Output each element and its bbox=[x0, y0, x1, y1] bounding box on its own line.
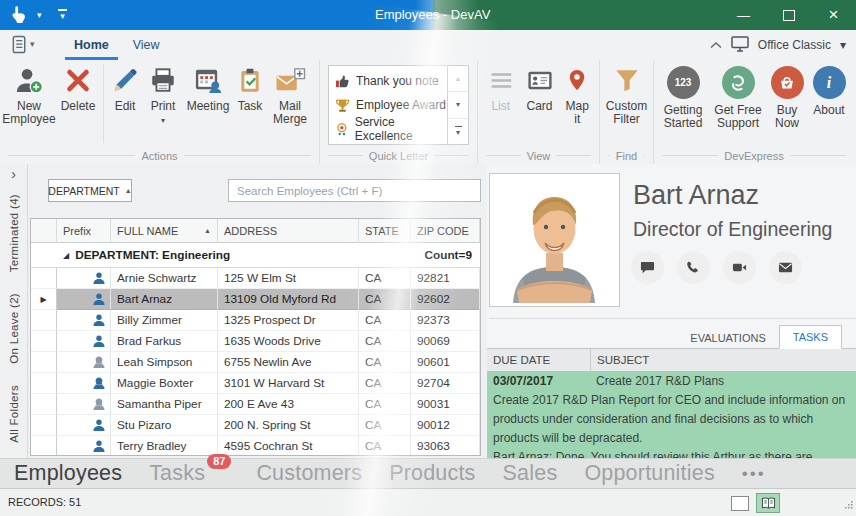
print-button[interactable]: Print ▾ bbox=[143, 60, 183, 124]
module-tab-customers[interactable]: Customers bbox=[256, 461, 362, 486]
header-address[interactable]: ADDRESS bbox=[218, 219, 359, 243]
meeting-button[interactable]: Meeting bbox=[183, 60, 233, 113]
getting-started-button[interactable]: 123 Getting Started bbox=[658, 60, 708, 131]
table-row[interactable]: Brad Farkus1635 Woods Drive CA90069 bbox=[31, 331, 480, 352]
mail-merge-button[interactable]: Mail Merge bbox=[267, 60, 313, 127]
delete-button[interactable]: Delete bbox=[56, 60, 100, 113]
tab-view[interactable]: View bbox=[121, 30, 172, 60]
minimize-button[interactable]: — bbox=[721, 0, 766, 30]
edit-button[interactable]: Edit bbox=[107, 60, 143, 113]
about-button[interactable]: i About bbox=[808, 60, 850, 117]
quick-access-toolbar-icon[interactable]: ▾ bbox=[58, 9, 67, 21]
tasks-grid: DUE DATE SUBJECT 03/07/2017 Create 2017 … bbox=[487, 349, 856, 458]
medal-icon bbox=[335, 122, 349, 137]
gallery-item-employee-award[interactable]: Employee Award bbox=[329, 93, 447, 117]
close-button[interactable]: × bbox=[811, 0, 856, 30]
call-button[interactable] bbox=[677, 251, 710, 284]
header-prefix[interactable]: Prefix bbox=[57, 219, 111, 243]
module-tab-opportunities[interactable]: Opportunities bbox=[584, 461, 714, 486]
ribbon-group-devexpress: 123 Getting Started Get Free Support Buy… bbox=[654, 60, 854, 164]
grid-detail-view-icon[interactable] bbox=[756, 493, 780, 513]
table-row[interactable]: Arnie Schwartz125 W Elm St CA92821 bbox=[31, 268, 480, 289]
header-full-name[interactable]: FULL NAME▲ bbox=[111, 219, 218, 243]
header-zip[interactable]: ZIP CODE bbox=[411, 219, 480, 243]
module-tab-products[interactable]: Products bbox=[389, 461, 475, 486]
print-caret-icon: ▾ bbox=[161, 118, 165, 124]
getting-started-icon: 123 bbox=[667, 66, 700, 99]
map-pin-icon bbox=[565, 66, 589, 95]
sidebar-item-all-folders[interactable]: All Folders bbox=[8, 385, 20, 443]
table-row[interactable]: Terry Bradley4595 Cochran St CA93063 bbox=[31, 436, 480, 456]
about-info-icon: i bbox=[813, 66, 846, 99]
buy-now-button[interactable]: Buy Now bbox=[768, 60, 806, 131]
collapse-ribbon-icon[interactable] bbox=[710, 38, 722, 52]
chat-button[interactable] bbox=[631, 251, 664, 284]
ribbon-group-quick-letter: Thank you note Employee Award Service Ex… bbox=[320, 60, 478, 164]
card-view-button[interactable]: Card bbox=[522, 60, 558, 113]
gallery-item-thank-you-note[interactable]: Thank you note bbox=[329, 69, 447, 93]
module-tab-sales[interactable]: Sales bbox=[503, 461, 558, 486]
sidebar-item-terminated[interactable]: Terminated (4) bbox=[8, 194, 20, 272]
gallery-item-service-excellence[interactable]: Service Excellence bbox=[329, 117, 447, 141]
detail-tabs: EVALUATIONS TASKS bbox=[487, 323, 856, 349]
module-tab-tasks[interactable]: Tasks 87 bbox=[149, 461, 229, 486]
tab-home[interactable]: Home bbox=[62, 30, 121, 60]
table-row-selected[interactable]: ▶ Bart Arnaz13109 Old Myford Rd CA92602 bbox=[31, 289, 480, 310]
skin-selector[interactable]: Office Classic bbox=[758, 38, 831, 52]
list-icon bbox=[487, 66, 515, 95]
person-female-icon bbox=[93, 356, 105, 368]
sort-asc-icon: ▲ bbox=[125, 187, 132, 194]
group-caption-find: Find bbox=[600, 147, 653, 164]
table-row[interactable]: Leah Simpson6755 Newlin Ave CA90601 bbox=[31, 352, 480, 373]
person-male-icon bbox=[93, 272, 105, 284]
detail-divider bbox=[489, 318, 856, 319]
table-row[interactable]: Maggie Boxter3101 W Harvard St CA92704 bbox=[31, 373, 480, 394]
tab-evaluations[interactable]: EVALUATIONS bbox=[677, 327, 778, 349]
gallery-dropdown[interactable]: ▾ bbox=[448, 119, 468, 144]
skin-caret-icon[interactable]: ▾ bbox=[840, 38, 846, 52]
touch-mode-icon[interactable] bbox=[11, 5, 26, 27]
header-subject[interactable]: SUBJECT bbox=[590, 349, 856, 371]
get-free-support-button[interactable]: Get Free Support bbox=[710, 60, 766, 131]
task-row-selected[interactable]: 03/07/2017 Create 2017 R&D Plans Create … bbox=[487, 371, 856, 458]
header-due-date[interactable]: DUE DATE bbox=[487, 349, 590, 371]
video-call-button[interactable] bbox=[723, 251, 756, 284]
person-female-icon bbox=[93, 398, 105, 410]
maximize-button[interactable] bbox=[766, 0, 811, 30]
person-male-icon bbox=[93, 314, 105, 326]
task-button[interactable]: Task bbox=[233, 60, 267, 113]
print-icon bbox=[149, 66, 177, 95]
gallery-scroll-down[interactable]: ▾ bbox=[448, 92, 468, 118]
group-caption-view: View bbox=[478, 147, 599, 164]
sidebar-expand-icon[interactable]: › bbox=[11, 166, 16, 182]
resize-grip[interactable] bbox=[844, 495, 853, 513]
group-row-engineering[interactable]: ◢ DEPARTMENT: Engineering Count=9 bbox=[31, 243, 480, 268]
sidebar-item-on-leave[interactable]: On Leave (2) bbox=[8, 293, 20, 364]
module-tab-bar: Employees Tasks 87 Customers Products Sa… bbox=[0, 458, 856, 488]
thumbs-up-icon bbox=[335, 74, 350, 89]
table-row[interactable]: Stu Pizaro200 N. Spring St CA90012 bbox=[31, 415, 480, 436]
sort-asc-icon: ▲ bbox=[204, 227, 211, 234]
table-row[interactable]: Samantha Piper200 E Ave 43 CA90031 bbox=[31, 394, 480, 415]
touch-mode-caret-icon[interactable]: ▾ bbox=[37, 9, 42, 21]
email-button[interactable] bbox=[769, 251, 802, 284]
map-it-button[interactable]: Map it bbox=[561, 60, 593, 127]
group-separator bbox=[103, 64, 104, 143]
tab-tasks[interactable]: TASKS bbox=[779, 325, 842, 349]
gallery-scroll-up[interactable]: ▴ bbox=[448, 66, 468, 92]
tasks-count-badge: 87 bbox=[207, 454, 231, 469]
custom-filter-button[interactable]: Custom Filter bbox=[602, 60, 651, 127]
grid-only-view-icon[interactable] bbox=[731, 496, 749, 511]
header-state[interactable]: STATE bbox=[359, 219, 411, 243]
employee-name: Bart Arnaz bbox=[633, 180, 759, 211]
module-tab-employees[interactable]: Employees bbox=[14, 461, 122, 486]
new-employee-button[interactable]: New Employee bbox=[2, 60, 56, 127]
app-menu-button[interactable]: ▾ bbox=[12, 35, 35, 54]
group-by-department-button[interactable]: DEPARTMENT ▲ bbox=[48, 179, 132, 202]
search-input[interactable] bbox=[228, 179, 481, 202]
group-expanded-icon[interactable]: ◢ bbox=[63, 251, 69, 260]
ribbon-group-find: Custom Filter Find bbox=[600, 60, 654, 164]
more-tabs-icon[interactable]: ••• bbox=[742, 464, 766, 484]
table-row[interactable]: Billy Zimmer1325 Prospect Dr CA92373 bbox=[31, 310, 480, 331]
trophy-icon bbox=[335, 98, 350, 113]
